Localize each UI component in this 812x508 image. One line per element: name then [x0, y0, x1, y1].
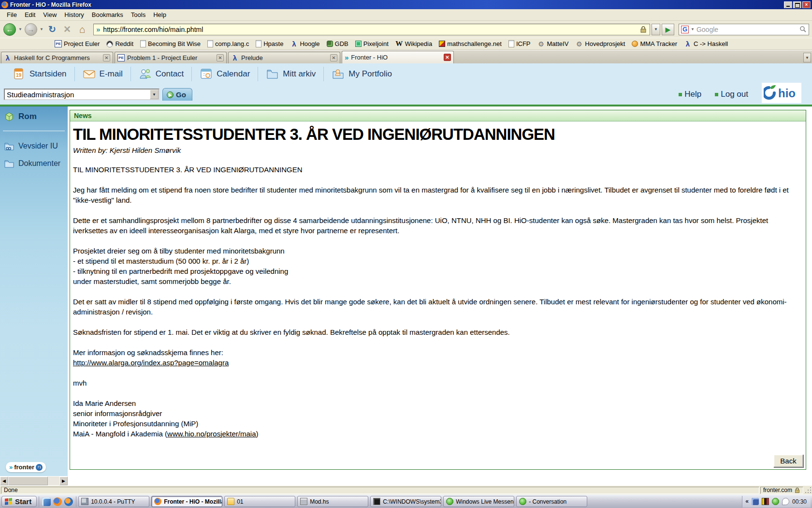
bookmark-wikipedia[interactable]: WWikipedia: [393, 40, 435, 48]
bookmark-label: ICFP: [516, 40, 531, 47]
bookmark-project-euler[interactable]: PEProject Euler: [52, 40, 102, 48]
url-bar[interactable]: » https://fronter.com/hio/main.phtml: [93, 24, 650, 35]
search-bar[interactable]: G ▼ Google: [679, 24, 809, 35]
nav-mitt-arkiv[interactable]: Mitt arkiv: [258, 66, 323, 82]
bookmark-comp-lang-c[interactable]: comp.lang.c: [205, 40, 251, 48]
bookmark-c-to-haskell[interactable]: λC -> Haskell: [682, 40, 730, 48]
nav-my-portfolio[interactable]: My Portfolio: [324, 66, 400, 82]
bookmark-matteiv[interactable]: ⚙MatteIV: [535, 40, 571, 48]
room-select[interactable]: Studieadministrasjon ▼: [4, 89, 160, 100]
notification-bubble-icon[interactable]: [782, 498, 789, 505]
bookmark-becoming-bit-wise[interactable]: Becoming Bit Wise: [138, 40, 203, 48]
menu-edit[interactable]: Edit: [21, 10, 39, 20]
tab-list-dropdown[interactable]: ▼: [803, 53, 811, 62]
home-button[interactable]: ⌂: [75, 23, 89, 36]
menu-help[interactable]: Help: [149, 10, 170, 20]
tab-close-icon[interactable]: ✕: [330, 54, 337, 61]
forward-button[interactable]: →: [24, 23, 38, 36]
task-fronter[interactable]: Fronter - HiO - Mozilla...: [151, 496, 222, 507]
search-input[interactable]: Google: [696, 26, 798, 33]
show-desktop-icon[interactable]: [42, 497, 51, 506]
nav-contact[interactable]: Contact: [131, 66, 192, 82]
help-link[interactable]: Help: [679, 90, 701, 99]
windows-logo-icon: [5, 498, 13, 506]
bookmark-mathschallenge[interactable]: mathschallenge.net: [436, 40, 504, 48]
room-go-button[interactable]: ▶ Go: [162, 88, 192, 101]
back-button[interactable]: ←: [3, 23, 16, 36]
reload-button[interactable]: ↻: [45, 23, 59, 36]
media-player-icon[interactable]: [64, 497, 73, 506]
url-dropdown[interactable]: ▼: [652, 24, 660, 35]
bookmark-hpaste[interactable]: Hpaste: [253, 40, 286, 48]
sidebar-item-vevsider[interactable]: Vevsider IU: [0, 136, 68, 153]
bookmark-reddit[interactable]: Reddit: [104, 40, 136, 48]
nav-email[interactable]: E-mail: [75, 66, 130, 82]
bookmark-pixeljoint[interactable]: Pixeljoint: [353, 40, 391, 48]
tray-collapse-icon[interactable]: «: [745, 498, 749, 505]
scroll-right-icon[interactable]: ▶: [59, 477, 68, 485]
resize-grip[interactable]: [804, 487, 811, 494]
minimize-button[interactable]: [784, 1, 792, 8]
task-putty[interactable]: 10.0.0.4 - PuTTY: [78, 496, 149, 507]
task-mod-hs[interactable]: Mod.hs: [297, 496, 368, 507]
nav-startsiden[interactable]: 19 Startsiden: [5, 66, 74, 82]
alarga-link[interactable]: http://www.alarga.org/index.asp?page=oma…: [73, 359, 229, 367]
tab-problem-1[interactable]: PE Problem 1 - Project Euler ✕: [115, 52, 227, 63]
cube-icon: [4, 111, 14, 122]
bookmark-gdb[interactable]: GDB: [324, 40, 351, 48]
list-item: - et stipend til et masterstudium (50 00…: [73, 257, 249, 265]
scroll-left-icon[interactable]: ◀: [0, 477, 8, 485]
sidebar-item-dokumenter[interactable]: Dokumenter: [0, 153, 68, 171]
task-label: Mod.hs: [310, 498, 329, 505]
tab-close-icon[interactable]: ✕: [217, 54, 224, 61]
fronter-nav: 19 Startsiden E-mail Contact Calendar Mi: [0, 63, 812, 84]
envelope-icon: [83, 67, 96, 80]
firefox-icon[interactable]: [53, 497, 62, 506]
chevron-down-icon[interactable]: ▼: [150, 90, 159, 99]
bookmark-mma-tracker[interactable]: MMA Tracker: [629, 40, 680, 48]
maia-link[interactable]: www.hio.no/prosjekter/maia: [167, 430, 256, 438]
nav-calendar[interactable]: Calendar: [192, 66, 258, 82]
article-byline: Written by: Kjersti Hilden Smørvik: [73, 146, 798, 154]
url-input[interactable]: https://fronter.com/hio/main.phtml: [103, 26, 637, 33]
scrollbar-track[interactable]: [8, 477, 59, 485]
back-dropdown[interactable]: ▼: [18, 27, 23, 31]
task-cmd[interactable]: C:\WINDOWS\system32...: [370, 496, 441, 507]
bookmark-hoogle[interactable]: λHoogle: [288, 40, 322, 48]
sidebar-item-rom[interactable]: Rom: [0, 106, 68, 124]
quick-launch: [39, 496, 76, 507]
menu-bookmarks[interactable]: Bookmarks: [88, 10, 127, 20]
menu-view[interactable]: View: [39, 10, 60, 20]
lock-icon: [639, 26, 647, 33]
menu-history[interactable]: History: [60, 10, 87, 20]
forward-dropdown[interactable]: ▼: [39, 27, 44, 31]
bookmark-hovedprosjekt[interactable]: ⚙Hovedprosjekt: [573, 40, 627, 48]
messenger-tray-icon[interactable]: [772, 498, 779, 505]
start-button[interactable]: Start: [1, 496, 37, 507]
tab-close-icon[interactable]: ✕: [103, 54, 110, 61]
audio-tray-icon[interactable]: [752, 498, 759, 505]
menu-tools[interactable]: Tools: [127, 10, 149, 20]
task-messenger[interactable]: Windows Live Messenger: [443, 496, 514, 507]
task-folder-01[interactable]: 01: [224, 496, 295, 507]
fronter-logo-text: fronter: [14, 463, 34, 471]
stop-button[interactable]: ✕: [60, 23, 74, 36]
winamp-tray-icon[interactable]: [762, 498, 769, 505]
search-engine-dropdown[interactable]: ▼: [691, 27, 695, 31]
maximize-button[interactable]: [793, 1, 801, 8]
horizontal-scrollbar[interactable]: ◀ ▶: [0, 477, 68, 485]
search-icon[interactable]: [799, 26, 807, 33]
tab-fronter-hio[interactable]: » Fronter - HiO ✕: [342, 51, 454, 63]
tab-close-icon[interactable]: ✕: [444, 54, 451, 61]
go-button[interactable]: ▶: [662, 24, 674, 35]
task-conversation[interactable]: - Conversation: [516, 496, 587, 507]
tab-prelude[interactable]: λ Prelude ✕: [228, 52, 340, 63]
back-button-page[interactable]: Back: [773, 454, 803, 467]
tab-haskell-for-c[interactable]: λ Haskell for C Programmers ✕: [1, 52, 113, 63]
screen: Fronter - HiO - Mozilla Firefox × File E…: [0, 0, 812, 508]
bookmark-icfp[interactable]: ICFP: [506, 40, 533, 48]
close-button[interactable]: ×: [802, 1, 811, 8]
menu-file[interactable]: File: [3, 10, 21, 20]
logout-link[interactable]: Log out: [715, 90, 748, 99]
scrollbar-thumb[interactable]: [8, 477, 48, 485]
